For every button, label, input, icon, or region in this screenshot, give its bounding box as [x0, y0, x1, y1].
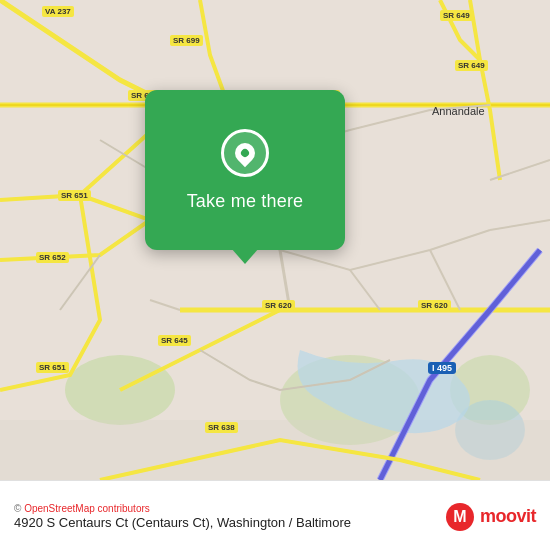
city-label-annandale: Annandale	[432, 105, 485, 117]
road-label-sr620-right: SR 620	[418, 300, 451, 311]
osm-link[interactable]: OpenStreetMap contributors	[24, 503, 150, 514]
copyright-symbol: ©	[14, 503, 24, 514]
map-container: VA 237 SR 699 SR 649 SR 649 SR 651 VA 23…	[0, 0, 550, 480]
take-me-there-button[interactable]: Take me there	[145, 90, 345, 250]
popup-label: Take me there	[187, 191, 304, 212]
road-label-sr620-left: SR 620	[262, 300, 295, 311]
moovit-icon-svg: M	[444, 501, 476, 533]
address-text: 4920 S Centaurs Ct (Centaurs Ct), Washin…	[14, 514, 351, 532]
road-label-sr649-top: SR 649	[440, 10, 473, 21]
moovit-logo: M moovit	[444, 501, 536, 533]
moovit-text: moovit	[480, 506, 536, 527]
road-label-sr651-bot: SR 651	[36, 362, 69, 373]
copyright-text: © OpenStreetMap contributors	[14, 503, 351, 514]
svg-text:M: M	[453, 508, 466, 525]
road-label-sr649-mid: SR 649	[455, 60, 488, 71]
svg-rect-5	[0, 420, 550, 480]
bottom-bar: © OpenStreetMap contributors 4920 S Cent…	[0, 480, 550, 550]
road-label-sr699: SR 699	[170, 35, 203, 46]
road-label-i495: I 495	[428, 362, 456, 374]
road-label-sr652: SR 652	[36, 252, 69, 263]
pin-shape	[231, 138, 259, 166]
road-label-sr638: SR 638	[205, 422, 238, 433]
road-label-va237: VA 237	[42, 6, 74, 17]
location-pin-icon	[221, 129, 269, 177]
road-label-sr645: SR 645	[158, 335, 191, 346]
road-label-sr651-mid: SR 651	[58, 190, 91, 201]
